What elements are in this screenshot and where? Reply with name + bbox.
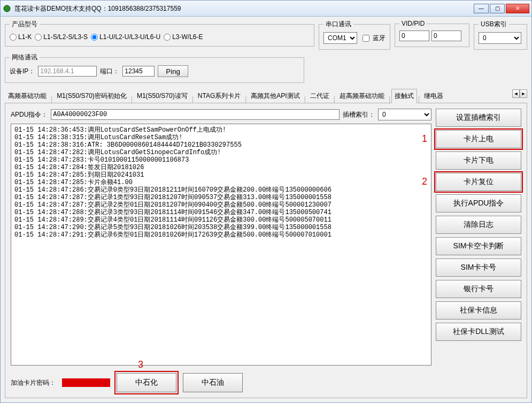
tab-uhf[interactable]: 超高频基础功能 — [336, 89, 388, 103]
radio-l1s[interactable]: L1-S/L2-S/L3-S — [35, 33, 88, 41]
content-area: 产品型号 L1-K L1-S/L2-S/L3-S L1-U/L2-U/L3-U/… — [1, 17, 531, 402]
radio-l1u[interactable]: L1-U/L2-U/L3-U/L6-U — [91, 33, 160, 41]
left-pane: APDU指令： 插槽索引： 0 01-15 14:28:36:453:调用Lot… — [11, 109, 431, 392]
ping-button[interactable]: Ping — [158, 65, 188, 77]
bluetooth-checkbox[interactable] — [363, 35, 369, 42]
slot-label: 插槽索引： — [343, 110, 375, 119]
window-title: 莲花读卡器DEMO技术支持QQ：1091856388/2375317559 — [14, 1, 474, 17]
petrochina-button[interactable]: 中石油 — [183, 373, 243, 392]
btn-card-reset[interactable]: 卡片复位 — [436, 173, 521, 191]
pid-input[interactable] — [431, 31, 461, 41]
svg-point-0 — [4, 5, 10, 12]
tab-contact[interactable]: 接触式 — [391, 89, 417, 103]
tab-body: APDU指令： 插槽索引： 0 01-15 14:28:36:453:调用Lot… — [5, 103, 527, 398]
btn-ssc-info[interactable]: 社保卡信息 — [436, 301, 521, 320]
tab-scroll: ◄ ► — [512, 89, 527, 98]
btn-set-slot-index[interactable]: 设置插槽索引 — [436, 109, 521, 127]
tab-scroll-left[interactable]: ◄ — [512, 89, 520, 98]
tab-hf-api[interactable]: 高频其他API测试 — [248, 89, 303, 103]
app-window: 莲花读卡器DEMO技术支持QQ：1091856388/2375317559 — … — [0, 0, 532, 403]
minimize-button[interactable]: — — [474, 4, 489, 13]
radio-l3w[interactable]: L3-W/L6-E — [164, 33, 203, 41]
port-label: 端口： — [100, 67, 119, 76]
tab-scroll-right[interactable]: ► — [520, 89, 527, 98]
btn-exec-apdu[interactable]: 执行APDU指令 — [436, 194, 521, 212]
network-legend: 网络通讯 — [10, 53, 40, 62]
btn-sim-number[interactable]: SIM卡卡号 — [436, 258, 521, 277]
usb-index-select[interactable]: 0 — [479, 32, 521, 44]
fuel-password-redacted — [62, 378, 110, 387]
maximize-button[interactable]: ▢ — [490, 4, 505, 13]
btn-clear-log[interactable]: 清除日志 — [436, 216, 521, 234]
radio-l1k[interactable]: L1-K — [10, 33, 32, 41]
vidpid-group: VID/PID — [395, 20, 469, 47]
tab-m1-init[interactable]: M1(S50/S70)密码初始化 — [53, 89, 130, 103]
tab-idcard[interactable]: 二代证 — [307, 89, 333, 103]
vidpid-legend: VID/PID — [399, 20, 427, 27]
annotation-1: 1 — [422, 133, 427, 145]
product-legend: 产品型号 — [10, 20, 40, 29]
title-bar: 莲花读卡器DEMO技术支持QQ：1091856388/2375317559 — … — [1, 1, 531, 17]
right-pane: 设置插槽索引 1 卡片上电 卡片下电 2 卡片复位 执行APDU指令 清除日志 … — [436, 109, 521, 392]
product-model-group: 产品型号 L1-K L1-S/L2-S/L3-S L1-U/L2-U/L3-U/… — [5, 20, 314, 47]
vid-input[interactable] — [399, 31, 429, 41]
annotation-3: 3 — [138, 359, 143, 370]
network-group: 网络通讯 设备IP： 端口： Ping — [5, 53, 304, 83]
apdu-label: APDU指令： — [11, 110, 48, 119]
sinopec-button[interactable]: 中石化 — [117, 373, 176, 392]
usb-index-legend: USB索引 — [479, 20, 509, 29]
btn-card-power-on[interactable]: 卡片上电 — [436, 130, 521, 148]
tab-hf-basic[interactable]: 高频基础功能 — [5, 89, 50, 103]
btn-bank-number[interactable]: 银行卡号 — [436, 280, 521, 298]
serial-group: 串口通讯 COM1 蓝牙 — [319, 20, 390, 50]
usb-index-group: USB索引 0 — [474, 20, 527, 50]
apdu-input[interactable] — [51, 109, 340, 120]
port-input[interactable] — [122, 66, 155, 77]
btn-sim-empty-check[interactable]: SIM卡空卡判断 — [436, 237, 521, 255]
tab-relay[interactable]: 继电器 — [421, 89, 446, 103]
close-button[interactable]: ✕ — [506, 4, 529, 13]
tabs-bar: 高频基础功能| M1(S50/S70)密码初始化| M1(S50/S70)读写|… — [5, 88, 527, 103]
product-radio-row: L1-K L1-S/L2-S/L3-S L1-U/L2-U/L3-U/L6-U … — [10, 32, 310, 41]
btn-ssc-dll-test[interactable]: 社保卡DLL测试 — [436, 323, 521, 341]
serial-legend: 串口通讯 — [323, 20, 353, 29]
ip-label: 设备IP： — [10, 67, 35, 76]
annotation-2: 2 — [422, 176, 427, 187]
bluetooth-label: 蓝牙 — [373, 34, 385, 43]
fuel-password-label: 加油卡片密码： — [11, 378, 56, 387]
ip-input[interactable] — [38, 66, 97, 77]
log-textarea[interactable]: 01-15 14:28:36:453:调用LotusCardSetSamPowe… — [11, 124, 431, 366]
com-port-select[interactable]: COM1 — [323, 32, 357, 44]
slot-select[interactable]: 0 — [378, 109, 431, 120]
btn-card-power-off[interactable]: 卡片下电 — [436, 151, 521, 170]
app-icon — [3, 4, 11, 13]
tab-m1-rw[interactable]: M1(S50/S70)读写 — [134, 89, 191, 103]
tab-ntag[interactable]: NTAG系列卡片 — [195, 89, 244, 103]
